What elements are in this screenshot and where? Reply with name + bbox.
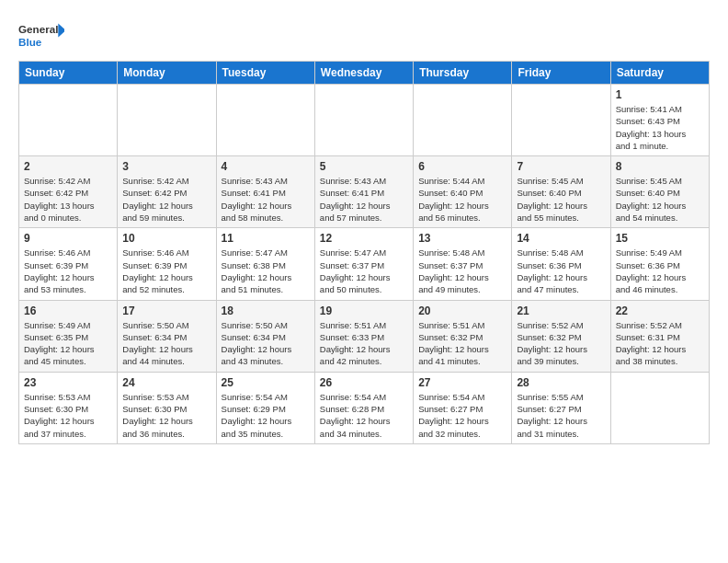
day-number: 21: [517, 304, 605, 317]
day-info: Sunrise: 5:52 AM Sunset: 6:32 PM Dayligh…: [517, 319, 605, 368]
day-number: 26: [320, 376, 408, 389]
day-number: 12: [320, 232, 408, 245]
calendar-cell: 9Sunrise: 5:46 AM Sunset: 6:39 PM Daylig…: [19, 228, 118, 300]
calendar-cell: 19Sunrise: 5:51 AM Sunset: 6:33 PM Dayli…: [314, 300, 413, 372]
header: General Blue: [18, 17, 710, 53]
day-number: 22: [616, 304, 704, 317]
day-number: 20: [418, 304, 506, 317]
logo-svg: General Blue: [18, 17, 64, 53]
day-number: 16: [24, 304, 112, 317]
day-number: 7: [517, 160, 605, 173]
calendar-cell: 22Sunrise: 5:52 AM Sunset: 6:31 PM Dayli…: [610, 300, 709, 372]
calendar-cell: [512, 85, 610, 156]
calendar-cell: 24Sunrise: 5:53 AM Sunset: 6:30 PM Dayli…: [118, 372, 216, 443]
day-number: 25: [222, 376, 310, 389]
day-info: Sunrise: 5:54 AM Sunset: 6:27 PM Dayligh…: [418, 391, 506, 440]
calendar-cell: 28Sunrise: 5:55 AM Sunset: 6:27 PM Dayli…: [512, 372, 610, 443]
calendar-cell: 17Sunrise: 5:50 AM Sunset: 6:34 PM Dayli…: [118, 300, 216, 372]
day-info: Sunrise: 5:44 AM Sunset: 6:40 PM Dayligh…: [418, 175, 506, 224]
calendar-cell: 2Sunrise: 5:42 AM Sunset: 6:42 PM Daylig…: [19, 156, 118, 228]
day-number: 19: [320, 304, 408, 317]
day-info: Sunrise: 5:48 AM Sunset: 6:36 PM Dayligh…: [517, 247, 605, 295]
weekday-header-friday: Friday: [512, 62, 610, 85]
calendar-week-1: 1Sunrise: 5:41 AM Sunset: 6:43 PM Daylig…: [19, 85, 710, 156]
weekday-header-tuesday: Tuesday: [216, 62, 314, 85]
day-number: 23: [24, 376, 112, 389]
calendar-cell: 6Sunrise: 5:44 AM Sunset: 6:40 PM Daylig…: [414, 156, 512, 228]
day-number: 4: [222, 160, 310, 173]
day-number: 27: [418, 376, 506, 389]
weekday-header-thursday: Thursday: [414, 62, 512, 85]
day-number: 6: [418, 160, 506, 173]
day-number: 11: [222, 232, 310, 245]
day-info: Sunrise: 5:42 AM Sunset: 6:42 PM Dayligh…: [24, 175, 112, 224]
day-number: 5: [320, 160, 408, 173]
calendar-week-2: 2Sunrise: 5:42 AM Sunset: 6:42 PM Daylig…: [19, 156, 710, 228]
calendar-cell: [216, 85, 314, 156]
day-number: 10: [122, 232, 210, 245]
calendar-cell: 20Sunrise: 5:51 AM Sunset: 6:32 PM Dayli…: [414, 300, 512, 372]
calendar-cell: 16Sunrise: 5:49 AM Sunset: 6:35 PM Dayli…: [19, 300, 118, 372]
calendar-week-5: 23Sunrise: 5:53 AM Sunset: 6:30 PM Dayli…: [19, 372, 710, 443]
day-info: Sunrise: 5:49 AM Sunset: 6:36 PM Dayligh…: [616, 247, 704, 295]
day-number: 8: [616, 160, 704, 173]
svg-text:Blue: Blue: [18, 36, 42, 48]
logo: General Blue: [18, 17, 64, 53]
calendar-cell: 10Sunrise: 5:46 AM Sunset: 6:39 PM Dayli…: [118, 228, 216, 300]
day-number: 14: [517, 232, 605, 245]
day-info: Sunrise: 5:45 AM Sunset: 6:40 PM Dayligh…: [517, 175, 605, 224]
calendar-cell: 3Sunrise: 5:42 AM Sunset: 6:42 PM Daylig…: [118, 156, 216, 228]
calendar-cell: 12Sunrise: 5:47 AM Sunset: 6:37 PM Dayli…: [314, 228, 413, 300]
calendar-cell: 21Sunrise: 5:52 AM Sunset: 6:32 PM Dayli…: [512, 300, 610, 372]
day-info: Sunrise: 5:46 AM Sunset: 6:39 PM Dayligh…: [122, 247, 210, 295]
day-number: 18: [222, 304, 310, 317]
calendar-cell: [610, 372, 709, 443]
calendar-cell: 5Sunrise: 5:43 AM Sunset: 6:41 PM Daylig…: [314, 156, 413, 228]
calendar-header-row: SundayMondayTuesdayWednesdayThursdayFrid…: [19, 62, 710, 85]
day-info: Sunrise: 5:48 AM Sunset: 6:37 PM Dayligh…: [418, 247, 506, 295]
calendar-cell: 1Sunrise: 5:41 AM Sunset: 6:43 PM Daylig…: [610, 85, 709, 156]
calendar-cell: [414, 85, 512, 156]
day-info: Sunrise: 5:53 AM Sunset: 6:30 PM Dayligh…: [122, 391, 210, 440]
day-info: Sunrise: 5:51 AM Sunset: 6:33 PM Dayligh…: [320, 319, 408, 368]
day-info: Sunrise: 5:47 AM Sunset: 6:37 PM Dayligh…: [320, 247, 408, 295]
calendar-cell: 26Sunrise: 5:54 AM Sunset: 6:28 PM Dayli…: [314, 372, 413, 443]
weekday-header-saturday: Saturday: [610, 62, 709, 85]
day-number: 24: [122, 376, 210, 389]
day-info: Sunrise: 5:50 AM Sunset: 6:34 PM Dayligh…: [222, 319, 310, 368]
svg-text:General: General: [18, 23, 58, 35]
calendar-week-3: 9Sunrise: 5:46 AM Sunset: 6:39 PM Daylig…: [19, 228, 710, 300]
day-number: 28: [517, 376, 605, 389]
calendar-cell: 8Sunrise: 5:45 AM Sunset: 6:40 PM Daylig…: [610, 156, 709, 228]
day-number: 9: [24, 232, 112, 245]
day-info: Sunrise: 5:41 AM Sunset: 6:43 PM Dayligh…: [616, 103, 704, 152]
day-number: 15: [616, 232, 704, 245]
day-info: Sunrise: 5:49 AM Sunset: 6:35 PM Dayligh…: [24, 319, 112, 368]
day-info: Sunrise: 5:43 AM Sunset: 6:41 PM Dayligh…: [222, 175, 310, 224]
day-info: Sunrise: 5:55 AM Sunset: 6:27 PM Dayligh…: [517, 391, 605, 440]
day-info: Sunrise: 5:53 AM Sunset: 6:30 PM Dayligh…: [24, 391, 112, 440]
calendar-cell: 23Sunrise: 5:53 AM Sunset: 6:30 PM Dayli…: [19, 372, 118, 443]
day-number: 2: [24, 160, 112, 173]
calendar-body: 1Sunrise: 5:41 AM Sunset: 6:43 PM Daylig…: [19, 85, 710, 444]
day-number: 17: [122, 304, 210, 317]
svg-marker-2: [58, 24, 64, 38]
weekday-header-sunday: Sunday: [19, 62, 118, 85]
day-info: Sunrise: 5:54 AM Sunset: 6:29 PM Dayligh…: [222, 391, 310, 440]
calendar-cell: 14Sunrise: 5:48 AM Sunset: 6:36 PM Dayli…: [512, 228, 610, 300]
calendar-cell: 27Sunrise: 5:54 AM Sunset: 6:27 PM Dayli…: [414, 372, 512, 443]
day-info: Sunrise: 5:51 AM Sunset: 6:32 PM Dayligh…: [418, 319, 506, 368]
weekday-header-wednesday: Wednesday: [314, 62, 413, 85]
calendar-cell: 18Sunrise: 5:50 AM Sunset: 6:34 PM Dayli…: [216, 300, 314, 372]
day-number: 3: [122, 160, 210, 173]
calendar-cell: 7Sunrise: 5:45 AM Sunset: 6:40 PM Daylig…: [512, 156, 610, 228]
day-info: Sunrise: 5:43 AM Sunset: 6:41 PM Dayligh…: [320, 175, 408, 224]
day-info: Sunrise: 5:46 AM Sunset: 6:39 PM Dayligh…: [24, 247, 112, 295]
calendar-cell: 4Sunrise: 5:43 AM Sunset: 6:41 PM Daylig…: [216, 156, 314, 228]
day-number: 1: [616, 88, 704, 101]
calendar-cell: 25Sunrise: 5:54 AM Sunset: 6:29 PM Dayli…: [216, 372, 314, 443]
day-number: 13: [418, 232, 506, 245]
calendar-cell: 11Sunrise: 5:47 AM Sunset: 6:38 PM Dayli…: [216, 228, 314, 300]
calendar-cell: 13Sunrise: 5:48 AM Sunset: 6:37 PM Dayli…: [414, 228, 512, 300]
day-info: Sunrise: 5:50 AM Sunset: 6:34 PM Dayligh…: [122, 319, 210, 368]
